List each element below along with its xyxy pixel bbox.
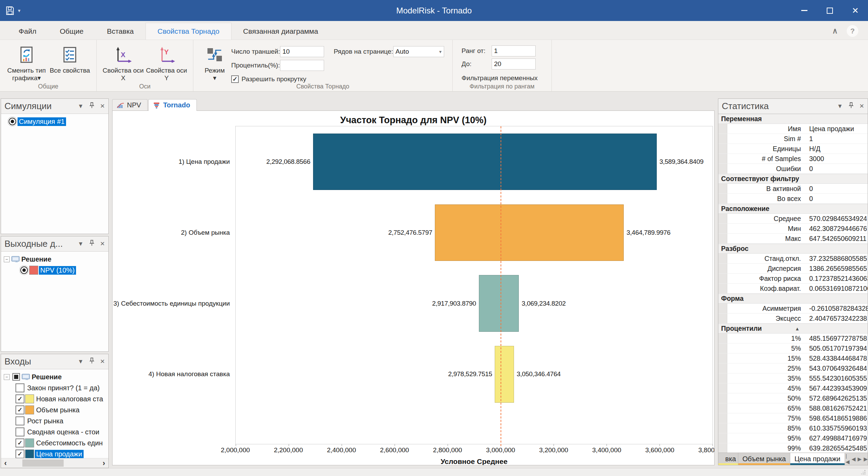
sort-ascending-icon[interactable]: ▲ (795, 326, 800, 331)
input-item[interactable]: ✓Себестоимость един (1, 437, 108, 448)
input-checkbox[interactable] (15, 416, 24, 425)
ribbon-tab-Общие[interactable]: Общие (48, 23, 95, 40)
ribbon-tab-Файл[interactable]: Файл (7, 23, 48, 40)
output-item[interactable]: NPV (10%) (1, 265, 108, 276)
root-checkbox[interactable] (12, 373, 20, 381)
document-tab-tornado[interactable]: Tornado (148, 99, 197, 111)
all-properties-button[interactable]: Все свойства (48, 43, 92, 74)
ribbon-tab-Вставка[interactable]: Вставка (95, 23, 146, 40)
stat-label: 95% (727, 434, 805, 442)
stats-row: Мин462.308729446676 (718, 224, 868, 234)
collapse-icon[interactable]: − (4, 256, 10, 262)
right-column: Статистика ▼ ✕ ПеременнаяИмяЦена продажи… (718, 98, 868, 468)
rank-from-input[interactable]: 1 (492, 45, 536, 56)
resize-grip-icon[interactable] (860, 469, 866, 475)
stat-value: 627.499884716979 (805, 434, 868, 442)
rows-per-page-select[interactable]: Auto ▾ (393, 46, 444, 57)
scrollbar-track[interactable] (10, 458, 99, 468)
input-item[interactable]: Закон принят? (1 = да) (1, 382, 108, 393)
ribbon-tab-Связанная диаграмма[interactable]: Связанная диаграмма (232, 23, 330, 40)
pin-icon[interactable] (89, 102, 95, 110)
nav-next-icon[interactable]: ▶ (857, 456, 862, 462)
tornado-bar[interactable] (495, 346, 514, 402)
stat-value: 1386.26565985565 (805, 265, 868, 273)
panel-dropdown-icon[interactable]: ▼ (78, 103, 84, 110)
close-icon[interactable]: ✕ (859, 103, 864, 110)
scrollbar-thumb[interactable] (22, 459, 64, 467)
stat-value: 0 (805, 195, 868, 203)
nav-prev-icon[interactable]: ◀ (851, 456, 856, 462)
stats-section-title: Расположение (721, 205, 769, 213)
filter-variables-button[interactable]: Фильтрация переменных (462, 74, 538, 82)
scroll-right-icon[interactable]: › (99, 459, 108, 468)
stat-label: 15% (727, 355, 805, 362)
stat-value: -0.261058782843281 (805, 305, 868, 313)
input-item[interactable]: ✓Объем рынка (1, 404, 108, 415)
title-bar: ▾ ModelRisk - Tornado ✕ (0, 0, 868, 21)
stat-value: 567.442393453909 (805, 384, 868, 392)
tornado-bar[interactable] (479, 275, 519, 331)
stat-value: 639.282655425485 (805, 444, 868, 452)
pin-icon[interactable] (848, 102, 854, 110)
x-tick-mark (712, 444, 713, 446)
maximize-button[interactable] (817, 0, 843, 21)
nav-last-icon[interactable]: ▶| (863, 456, 868, 462)
input-checkbox[interactable]: ✓ (15, 438, 24, 447)
panel-dropdown-icon[interactable]: ▼ (78, 358, 84, 365)
sheet-tab[interactable]: Объем рынка (738, 453, 790, 465)
input-checkbox[interactable]: ✓ (15, 449, 24, 458)
customize-quick-access-icon[interactable]: ▾ (18, 8, 21, 14)
input-checkbox[interactable] (15, 383, 24, 392)
scroll-left-icon[interactable]: ‹ (1, 459, 10, 468)
close-icon[interactable]: ✕ (100, 103, 105, 110)
help-icon[interactable]: ? (847, 25, 858, 37)
outputs-root-row[interactable]: − Решение (1, 254, 108, 265)
collapse-icon[interactable]: − (4, 374, 10, 380)
allow-scroll-checkbox[interactable]: ✓ (231, 75, 239, 83)
stats-row: 99%639.282655425485 (718, 443, 868, 453)
x-axis-properties-button[interactable]: X Свойства оси X (101, 43, 145, 82)
inputs-root-row[interactable]: − Решение (1, 371, 108, 382)
nav-first-icon[interactable]: |◀ (845, 453, 850, 465)
stat-label: 50% (727, 394, 805, 402)
input-item[interactable]: Рост рынка (1, 415, 108, 426)
sheet-tab[interactable]: вка (718, 453, 738, 465)
sheet-tab[interactable]: Цена продажи (790, 453, 845, 465)
stat-label: Во всех (727, 195, 805, 203)
rank-to-input[interactable]: 20 (492, 59, 536, 70)
sheet-tab-label: Цена продажи (794, 455, 840, 463)
close-icon[interactable]: ✕ (100, 240, 105, 247)
input-item[interactable]: Сводная оценка - стои (1, 426, 108, 437)
row-gutter (718, 214, 727, 223)
inputs-panel-title: Входы (4, 356, 72, 367)
panel-dropdown-icon[interactable]: ▼ (78, 241, 84, 247)
stat-label: Имя (727, 125, 805, 133)
tranches-input[interactable]: 10 (280, 46, 324, 57)
mode-button[interactable]: Режим▾ (198, 43, 231, 82)
inputs-horizontal-scrollbar[interactable]: ‹ › (1, 458, 108, 468)
change-chart-type-button[interactable]: Сменить тип графика▾ (5, 43, 48, 82)
x-tick-label: 2,200,000 (274, 446, 303, 454)
input-checkbox[interactable] (15, 427, 24, 436)
input-checkbox[interactable]: ✓ (15, 394, 24, 403)
tornado-bar[interactable] (313, 134, 657, 190)
panel-dropdown-icon[interactable]: ▼ (837, 103, 843, 110)
collapse-ribbon-icon[interactable]: ∧ (832, 27, 838, 35)
input-item[interactable]: ✓Новая налоговая ста (1, 393, 108, 404)
statistics-grid: ПеременнаяИмяЦена продажиSim #1ЕдиницыН/… (718, 114, 868, 453)
percentile-input[interactable] (280, 60, 324, 71)
simulation-item[interactable]: Симуляция #1 (1, 116, 108, 127)
pin-icon[interactable] (89, 358, 95, 366)
close-button[interactable]: ✕ (843, 0, 868, 21)
ribbon-tab-Свойства Торнадо[interactable]: Свойства Торнадо (146, 23, 232, 40)
minimize-button[interactable] (792, 0, 817, 21)
y-axis-properties-button[interactable]: Y Свойства оси Y (145, 43, 188, 82)
document-tab-npv[interactable]: NPV (112, 99, 148, 111)
tornado-bar[interactable] (435, 204, 623, 261)
pin-icon[interactable] (89, 240, 95, 248)
close-icon[interactable]: ✕ (100, 358, 105, 365)
stat-value: Цена продажи (805, 125, 868, 133)
stat-label: Единицы (727, 145, 805, 153)
input-checkbox[interactable]: ✓ (15, 405, 24, 414)
save-icon[interactable] (5, 6, 15, 16)
